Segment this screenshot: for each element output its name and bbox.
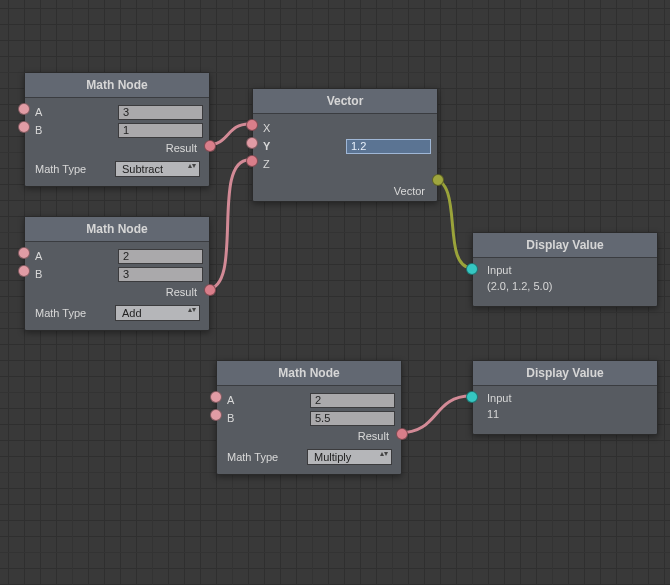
display-value-node-2[interactable]: Display Value Input 11 xyxy=(472,360,658,435)
dropdown-arrows-icon: ▴▾ xyxy=(188,307,196,313)
port-z-in[interactable] xyxy=(246,155,258,167)
input-x-label: X xyxy=(263,122,283,134)
port-input-in[interactable] xyxy=(466,391,478,403)
math-type-select[interactable]: Multiply ▴▾ xyxy=(307,449,392,465)
input-y-label: Y xyxy=(263,140,283,152)
input-b-field[interactable]: 1 xyxy=(118,123,203,138)
port-a-in[interactable] xyxy=(210,391,222,403)
port-b-in[interactable] xyxy=(18,121,30,133)
port-result-out[interactable] xyxy=(204,140,216,152)
node-title[interactable]: Display Value xyxy=(473,233,657,258)
port-result-out[interactable] xyxy=(396,428,408,440)
node-title[interactable]: Math Node xyxy=(217,361,401,386)
input-label: Input xyxy=(487,264,647,276)
input-b-label: B xyxy=(227,412,247,424)
display-value: (2.0, 1.2, 5.0) xyxy=(487,276,647,292)
dropdown-arrows-icon: ▴▾ xyxy=(380,451,388,457)
input-z-label: Z xyxy=(263,158,283,170)
node-title[interactable]: Vector xyxy=(253,89,437,114)
input-a-field[interactable]: 2 xyxy=(310,393,395,408)
result-label: Result xyxy=(227,427,395,444)
math-type-select[interactable]: Subtract ▴▾ xyxy=(115,161,200,177)
port-result-out[interactable] xyxy=(204,284,216,296)
math-type-label: Math Type xyxy=(227,451,307,463)
input-y-field[interactable]: 1.2 xyxy=(346,139,431,154)
input-a-field[interactable]: 3 xyxy=(118,105,203,120)
node-title[interactable]: Math Node xyxy=(25,217,209,242)
input-label: Input xyxy=(487,392,647,404)
input-b-label: B xyxy=(35,268,55,280)
port-vector-out[interactable] xyxy=(432,174,444,186)
input-a-label: A xyxy=(227,394,247,406)
input-a-label: A xyxy=(35,250,55,262)
math-type-value: Add xyxy=(122,307,142,319)
math-node-3[interactable]: Math Node A 2 B 5.5 Result Math Type Mul… xyxy=(216,360,402,475)
math-type-value: Subtract xyxy=(122,163,163,175)
port-b-in[interactable] xyxy=(210,409,222,421)
input-a-label: A xyxy=(35,106,55,118)
math-type-value: Multiply xyxy=(314,451,351,463)
math-type-select[interactable]: Add ▴▾ xyxy=(115,305,200,321)
result-label: Result xyxy=(35,283,203,300)
input-b-field[interactable]: 3 xyxy=(118,267,203,282)
math-node-1[interactable]: Math Node A 3 B 1 Result Math Type Subtr… xyxy=(24,72,210,187)
port-input-in[interactable] xyxy=(466,263,478,275)
node-title[interactable]: Display Value xyxy=(473,361,657,386)
port-b-in[interactable] xyxy=(18,265,30,277)
vector-node[interactable]: Vector X Y 1.2 Z Vector xyxy=(252,88,438,202)
port-y-in[interactable] xyxy=(246,137,258,149)
math-type-label: Math Type xyxy=(35,307,115,319)
display-value-node-1[interactable]: Display Value Input (2.0, 1.2, 5.0) xyxy=(472,232,658,307)
display-value: 11 xyxy=(487,404,647,420)
input-b-label: B xyxy=(35,124,55,136)
math-node-2[interactable]: Math Node A 2 B 3 Result Math Type Add ▴… xyxy=(24,216,210,331)
dropdown-arrows-icon: ▴▾ xyxy=(188,163,196,169)
node-title[interactable]: Math Node xyxy=(25,73,209,98)
input-a-field[interactable]: 2 xyxy=(118,249,203,264)
port-a-in[interactable] xyxy=(18,247,30,259)
port-a-in[interactable] xyxy=(18,103,30,115)
vector-output-label: Vector xyxy=(253,181,437,201)
math-type-label: Math Type xyxy=(35,163,115,175)
result-label: Result xyxy=(35,139,203,156)
port-x-in[interactable] xyxy=(246,119,258,131)
input-b-field[interactable]: 5.5 xyxy=(310,411,395,426)
